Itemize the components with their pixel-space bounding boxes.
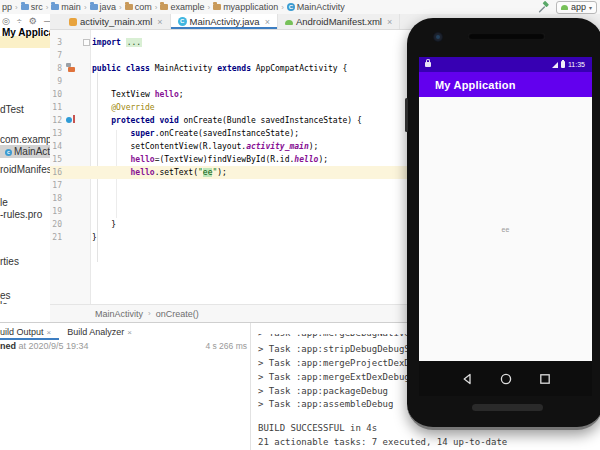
console-line: > Task :app:mergeProjectDexDebug	[258, 358, 431, 368]
code-text: public class MainActivity extends AppCom…	[92, 62, 347, 75]
project-panel: ◎ ÷ ⚙ ─ My Application] dTestcom.example…	[0, 14, 51, 322]
code-text: setContentView(R.layout.activity_main);	[92, 140, 318, 153]
close-icon[interactable]: ×	[47, 328, 52, 337]
build-summary-node: ned	[0, 341, 16, 351]
line-number[interactable]: 21	[50, 231, 62, 244]
breadcrumb-item[interactable]: pp	[2, 2, 12, 12]
code-text: hello.setText("ee");	[92, 166, 227, 179]
line-number[interactable]: 9	[50, 75, 62, 88]
settings-icon[interactable]: ⚙	[29, 16, 37, 26]
android-icon	[561, 5, 568, 10]
emulator-screen[interactable]: 11:35 My Application ee	[419, 57, 592, 396]
package-icon	[160, 4, 168, 10]
line-number[interactable]: 11	[50, 101, 62, 114]
tab-build-analyzer[interactable]: Build Analyzer×	[59, 324, 140, 340]
folder-icon	[90, 4, 98, 10]
breadcrumb-item[interactable]: main	[51, 2, 81, 12]
sidebar-item-rties[interactable]: rties	[0, 255, 50, 268]
run-class-icon[interactable]	[66, 63, 78, 74]
breadcrumb-label: example	[170, 2, 204, 12]
breadcrumb-item[interactable]: CMainActivity	[287, 2, 345, 12]
line-number[interactable]: 10	[50, 88, 62, 101]
sidebar-item-mainactivity[interactable]: cMainActivity	[0, 145, 50, 158]
line-number[interactable]: 15	[50, 153, 62, 166]
status-bar: 11:35	[419, 57, 592, 72]
line-number[interactable]: 7	[50, 49, 62, 62]
bottom-speaker	[472, 404, 543, 411]
breadcrumb-class[interactable]: MainActivity	[95, 309, 143, 319]
project-panel-footer	[0, 304, 50, 322]
line-number[interactable]: 19	[50, 205, 62, 218]
tab-mainactivity-java[interactable]: CMainActivity.java×	[171, 14, 278, 29]
chevron-down-icon: ▾	[589, 4, 592, 11]
line-number[interactable]: 18	[50, 192, 62, 205]
breadcrumb-item[interactable]: myapplication	[213, 2, 278, 12]
back-button[interactable]	[461, 373, 473, 385]
java-class-icon: C	[178, 17, 187, 26]
tab-activity-main-xml[interactable]: activity_main.xml×	[62, 14, 171, 29]
close-icon[interactable]: ×	[127, 328, 132, 337]
code-text: }	[92, 218, 116, 231]
line-number[interactable]: 17	[50, 179, 62, 192]
project-root-node[interactable]: My Application]	[2, 27, 51, 38]
line-number[interactable]: 14	[50, 140, 62, 153]
breadcrumb-item[interactable]: src	[21, 2, 43, 12]
navigation-bar	[419, 361, 592, 396]
status-time: 11:35	[568, 61, 585, 68]
breadcrumb-label: java	[100, 2, 117, 12]
breadcrumb-label: pp	[2, 2, 12, 12]
breadcrumb-separator: ›	[207, 3, 210, 12]
close-icon[interactable]: ×	[387, 17, 392, 27]
line-number[interactable]: 8	[50, 62, 62, 75]
line-number[interactable]: 20	[50, 218, 62, 231]
lock-icon	[425, 62, 431, 67]
breadcrumb-method[interactable]: onCreate()	[156, 309, 199, 319]
build-hammer-icon[interactable]	[538, 1, 550, 13]
console-line: > Task :app:packageDebug	[258, 386, 388, 396]
line-number[interactable]: 16	[50, 166, 62, 179]
console-line: BUILD SUCCESSFUL in 4s	[258, 423, 377, 433]
breadcrumb-label: myapplication	[223, 2, 278, 12]
breadcrumb-item[interactable]: example	[160, 2, 204, 12]
line-number[interactable]: 13	[50, 127, 62, 140]
fold-marker-icon[interactable]	[83, 39, 90, 46]
breadcrumb-item[interactable]: java	[90, 2, 117, 12]
breadcrumb-label: com	[135, 2, 152, 12]
code-text: @Override	[92, 101, 155, 114]
code-text: hello=(TextView)findViewById(R.id.hello)…	[92, 153, 328, 166]
code-text: TextView hello;	[92, 88, 184, 101]
sidebar-item-dtest[interactable]: dTest	[0, 103, 50, 116]
code-text: }	[92, 231, 97, 244]
recents-button[interactable]	[539, 373, 551, 385]
locate-icon[interactable]: ◎	[2, 16, 10, 26]
run-config-dropdown[interactable]: app ▾	[556, 1, 597, 14]
line-number[interactable]: 12	[50, 114, 62, 127]
android-studio-window: pp›src›main›java›com›example›myapplicati…	[0, 0, 600, 450]
tab-label: Build Output	[0, 327, 44, 337]
console-line: 21 actionable tasks: 7 executed, 14 up-t…	[258, 437, 507, 447]
front-camera	[433, 32, 443, 42]
close-icon[interactable]: ×	[157, 17, 162, 27]
console-line: > Task :app:mergeDebugNativeLibs	[258, 334, 431, 338]
project-panel-toolbar: ◎ ÷ ⚙ ─	[2, 16, 50, 26]
class-icon: c	[5, 149, 12, 156]
home-button[interactable]	[500, 373, 512, 385]
tab-androidmanifest-xml[interactable]: AndroidManifest.xml×	[278, 14, 400, 29]
console-line: > Task :app:mergeExtDexDebug	[258, 372, 410, 382]
line-number[interactable]: 3	[50, 36, 62, 49]
folder-icon	[21, 4, 29, 10]
override-marker-icon[interactable]	[66, 115, 78, 126]
close-icon[interactable]: ×	[265, 17, 270, 27]
app-content: ee	[419, 97, 592, 361]
tab-label: AndroidManifest.xml	[296, 16, 382, 27]
breadcrumb-separator: ›	[84, 3, 87, 12]
breadcrumb-item[interactable]: com	[125, 2, 152, 12]
tab-build-output[interactable]: Build Output×	[0, 324, 59, 340]
collapse-all-icon[interactable]: ÷	[17, 16, 22, 26]
tree-item-label: le	[0, 197, 8, 208]
side-button	[405, 98, 408, 132]
top-path-bar: pp›src›main›java›com›example›myapplicati…	[0, 0, 600, 15]
sidebar-item--rules-pro[interactable]: -rules.pro	[0, 208, 50, 221]
tree-item-label: roidManifest.xml	[0, 164, 51, 175]
sidebar-item-roidmanifest-xml[interactable]: roidManifest.xml	[0, 163, 50, 176]
